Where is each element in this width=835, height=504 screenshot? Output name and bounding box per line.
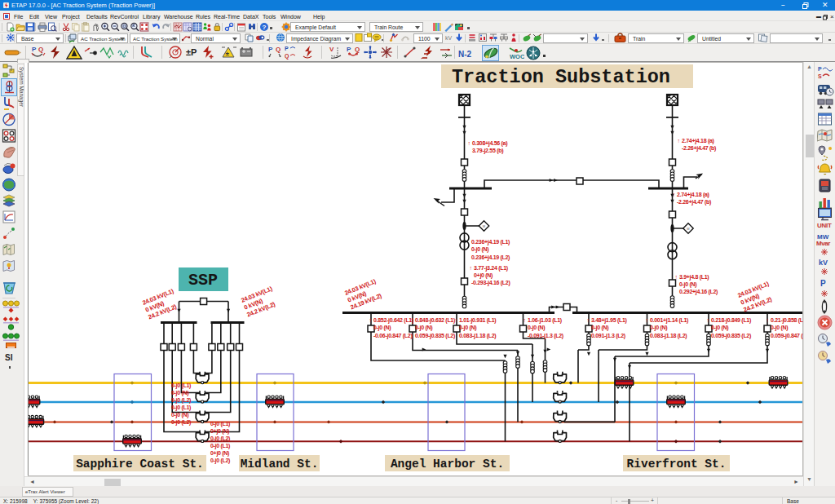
svg-text:1.06-j1.03 (L1): 1.06-j1.03 (L1) (528, 317, 562, 324)
svg-text:0-j0 (L1): 0-j0 (L1) (210, 443, 230, 449)
svg-text:SSP: SSP (188, 271, 218, 290)
svg-text:Riverfront St.: Riverfront St. (627, 458, 727, 471)
svg-text:3.77-j3.24 (L1): 3.77-j3.24 (L1) (474, 265, 508, 272)
svg-text:0-j0 (N): 0-j0 (N) (711, 325, 728, 331)
svg-text:2.74+j4.18 (a): 2.74+j4.18 (a) (677, 192, 709, 198)
svg-text:0-j0 (N): 0-j0 (N) (528, 325, 545, 331)
svg-text:0-j0 (N): 0-j0 (N) (459, 325, 476, 331)
svg-text:Traction Substation: Traction Substation (452, 66, 670, 88)
svg-text:±: ± (226, 50, 230, 57)
svg-text:0.308+j4.56 (a): 0.308+j4.56 (a) (472, 140, 507, 147)
svg-text:0-j0 (L2): 0-j0 (L2) (210, 435, 230, 442)
svg-text:0-j0 (N): 0-j0 (N) (171, 412, 188, 418)
svg-text:P: P (285, 46, 289, 51)
svg-text:Angel Harbor St.: Angel Harbor St. (391, 458, 504, 471)
svg-text:0-j0 (N): 0-j0 (N) (171, 390, 188, 396)
svg-text:2.74+j4.18 (a): 2.74+j4.18 (a) (682, 138, 714, 144)
svg-text:Q: Q (38, 46, 43, 53)
svg-text:Q: Q (355, 46, 360, 53)
svg-text:1.01-j0.931 (L1): 1.01-j0.931 (L1) (459, 317, 496, 324)
svg-text:0.083-j1.18 (L2): 0.083-j1.18 (L2) (459, 333, 496, 339)
svg-text:↑: ↑ (524, 317, 526, 323)
svg-text:↑: ↑ (673, 192, 675, 197)
svg-text:3.9+j4.8 (L1): 3.9+j4.8 (L1) (679, 274, 709, 281)
svg-text:0.059-j0.847 (: 0.059-j0.847 ( (771, 333, 803, 339)
svg-text:0+j0 (N): 0+j0 (N) (474, 272, 493, 279)
svg-text:0.21-j0.858 (L: 0.21-j0.858 (L (771, 317, 803, 324)
svg-text:-0.091-j1.3 (L2): -0.091-j1.3 (L2) (528, 333, 563, 339)
svg-text:↑: ↑ (468, 140, 471, 146)
svg-text:3.79-j2.55 (b): 3.79-j2.55 (b) (472, 148, 503, 154)
svg-text:0.059-j0.835 (L2): 0.059-j0.835 (L2) (415, 333, 455, 339)
svg-text:↑: ↑ (646, 317, 648, 323)
svg-text:↑: ↑ (369, 317, 372, 323)
svg-text:WOC: WOC (510, 53, 524, 60)
svg-text:Midland St.: Midland St. (241, 458, 319, 471)
svg-text:0.001+j1.14 (L1): 0.001+j1.14 (L1) (650, 317, 688, 324)
svg-text:↑: ↑ (767, 317, 769, 323)
svg-text:0+j0 (N): 0+j0 (N) (210, 428, 229, 435)
svg-text:0.236+j4.19 (L1): 0.236+j4.19 (L1) (471, 239, 510, 245)
svg-text:0-j0 (N): 0-j0 (N) (591, 325, 608, 331)
svg-text:-2.26+j4.47 (b): -2.26+j4.47 (b) (682, 145, 716, 152)
svg-text:↑: ↑ (470, 265, 472, 271)
svg-text:0-j0 (L1): 0-j0 (L1) (171, 382, 191, 389)
svg-text:-0.293-j4.16 (L2): -0.293-j4.16 (L2) (471, 280, 510, 286)
svg-text:0-j0 (L2): 0-j0 (L2) (210, 458, 230, 464)
svg-text:3.48+j1.95 (L1): 3.48+j1.95 (L1) (591, 317, 627, 324)
svg-text:P: P (32, 46, 37, 53)
svg-text:P: P (347, 46, 351, 53)
svg-text:↑: ↑ (411, 317, 413, 323)
svg-text:0-j0 (N): 0-j0 (N) (471, 246, 488, 253)
svg-text:0-j0 (L2): 0-j0 (L2) (171, 397, 191, 404)
svg-text:0.218-j0.849 (L1): 0.218-j0.849 (L1) (711, 317, 751, 324)
svg-text:0-j0 (N): 0-j0 (N) (373, 325, 391, 331)
svg-text:V: V (329, 46, 334, 53)
svg-text:0-j0 (N): 0-j0 (N) (415, 325, 432, 331)
svg-text:↑: ↑ (455, 317, 457, 323)
svg-text:0.091-j1.3 (L2): 0.091-j1.3 (L2) (591, 333, 625, 339)
svg-text:P: P (268, 46, 273, 53)
svg-text:0.059-j0.835 (L2): 0.059-j0.835 (L2) (711, 333, 751, 339)
svg-text:?: ? (263, 24, 267, 31)
svg-text:S: S (818, 73, 822, 79)
svg-text:0.292+j4.16 (L2): 0.292+j4.16 (L2) (679, 289, 718, 295)
svg-text:0.236+j4.19 (L2): 0.236+j4.19 (L2) (471, 254, 510, 261)
svg-text:±P: ±P (186, 47, 197, 57)
svg-text:0-j0 (N): 0-j0 (N) (679, 281, 696, 288)
svg-text:Q: Q (276, 46, 281, 53)
svg-text:P: P (818, 66, 822, 72)
svg-text:0+j0 (N): 0+j0 (N) (210, 450, 229, 457)
svg-text:-2.26+j4.47 (b): -2.26+j4.47 (b) (677, 199, 711, 206)
svg-text:0.848-j0.632 (L1): 0.848-j0.632 (L1) (415, 317, 455, 324)
svg-text:0.852-j0.642 (L1): 0.852-j0.642 (L1) (373, 317, 413, 324)
svg-text:↑: ↑ (675, 274, 678, 280)
svg-text:0-j0 (N): 0-j0 (N) (650, 325, 667, 331)
svg-text:Q: Q (285, 53, 289, 60)
svg-text:0-j0 (N): 0-j0 (N) (771, 325, 788, 331)
svg-text:↑: ↑ (707, 317, 709, 323)
svg-text:0.083-j1.18 (L2): 0.083-j1.18 (L2) (650, 333, 687, 339)
svg-text:0-j0 (L1): 0-j0 (L1) (210, 421, 230, 427)
svg-text:-0.06-j0.847 (L2): -0.06-j0.847 (L2) (373, 333, 412, 339)
svg-text:0-j0 (L2): 0-j0 (L2) (171, 419, 191, 426)
svg-text:0-j0 (L1): 0-j0 (L1) (171, 405, 191, 411)
svg-text:↑: ↑ (587, 317, 590, 323)
svg-text:Sapphire Coast St.: Sapphire Coast St. (76, 458, 204, 471)
svg-text:↑: ↑ (678, 138, 680, 144)
